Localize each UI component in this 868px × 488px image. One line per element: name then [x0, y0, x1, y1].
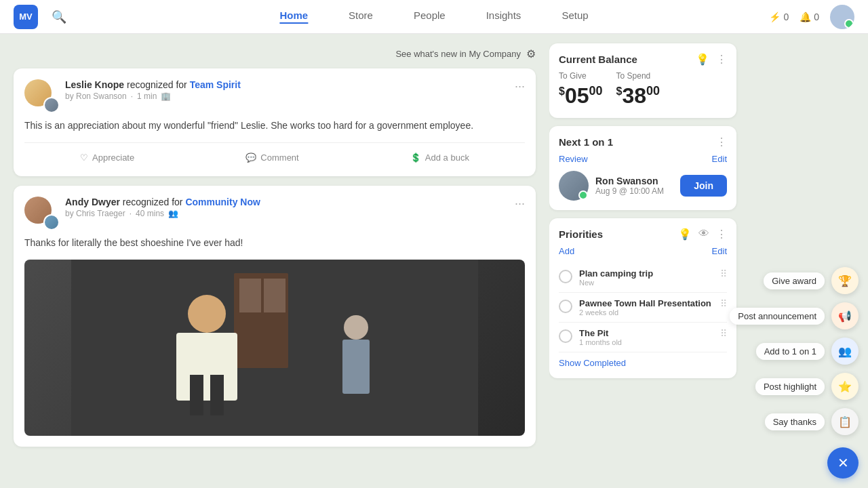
priorities-title: Priorities [559, 228, 603, 240]
comment-button[interactable]: 💬 Comment [240, 150, 304, 165]
priorities-lightbulb-icon[interactable]: 💡 [678, 228, 692, 241]
bolt-icon: ⚡ [769, 12, 781, 22]
post-card-1: Leslie Knope recognized for Team Spirit … [14, 68, 536, 176]
bolt-button[interactable]: ⚡ 0 [769, 12, 789, 22]
priority-age-1: New [579, 279, 713, 287]
priority-age-3: 1 months old [579, 338, 713, 346]
post-announcement-button[interactable]: 📢 [831, 302, 859, 329]
join-button[interactable]: Join [680, 175, 727, 197]
recognizer-name-2[interactable]: Andy Dwyer [65, 197, 120, 207]
close-icon: ✕ [837, 455, 849, 471]
say-thanks-label: Say thanks [765, 413, 825, 430]
post-title-1: Leslie Knope recognized for Team Spirit [65, 79, 515, 90]
nav-right: ⚡ 0 🔔 0 [769, 5, 854, 29]
nav-people[interactable]: People [414, 9, 446, 24]
add-1on1-button[interactable]: 👥 [831, 338, 859, 365]
fab-add-1on1: Add to 1 on 1 👥 [756, 338, 859, 365]
priorities-more-icon[interactable]: ⋮ [716, 228, 727, 241]
lightbulb-icon[interactable]: 💡 [696, 53, 709, 66]
priority-text-3: The Pit 1 months old [579, 328, 713, 346]
balance-row: To Give $0500 To Spend $3800 [559, 71, 727, 108]
by-text-1: by Ron Swanson [65, 92, 127, 101]
drag-handle-2[interactable]: ⠿ [720, 298, 727, 309]
ron-avatar-sub [43, 97, 60, 113]
recipient-name-1[interactable]: Team Spirit [190, 79, 241, 90]
give-award-label: Give award [764, 272, 825, 289]
heart-icon: ♡ [80, 152, 88, 163]
recipient-name-2[interactable]: Community Now [185, 197, 260, 207]
fab-say-thanks: Say thanks 📋 [765, 408, 859, 435]
recognizer-name-1[interactable]: Leslie Knope [65, 79, 124, 90]
by-text-2: by Chris Traeger [65, 209, 125, 218]
priorities-header: Priorities 💡 👁 ⋮ [559, 228, 727, 241]
post-body-1: This is an appreciation about my wonderf… [24, 119, 525, 133]
nav-insights[interactable]: Insights [486, 9, 521, 24]
notification-count: 0 [814, 12, 819, 22]
add-priority-link[interactable]: Add [559, 246, 574, 256]
svg-rect-7 [210, 375, 224, 415]
svg-rect-6 [190, 375, 203, 415]
hide-icon[interactable]: 👁 [698, 228, 709, 241]
fab-post-announcement: Post announcement 📢 [730, 302, 859, 329]
meeting-person: Ron Swanson Aug 9 @ 10:00 AM Join [559, 171, 727, 201]
edit-link[interactable]: Edit [712, 154, 727, 164]
notification-button[interactable]: 🔔 0 [800, 12, 819, 22]
nav-home[interactable]: Home [279, 9, 308, 24]
user-avatar[interactable] [830, 5, 854, 29]
chris-avatar-sub [43, 214, 60, 230]
balance-icons: 💡 ⋮ [696, 53, 727, 66]
dollar-icon: 💲 [410, 152, 421, 163]
balance-title: Current Balance [559, 54, 637, 65]
drag-handle-1[interactable]: ⠿ [720, 268, 727, 279]
priority-text-1: Plan camping trip New [579, 268, 713, 287]
one-on-one-card: Next 1 on 1 ⋮ Review Edit Ron Swanson Au… [549, 126, 736, 210]
svg-rect-2 [239, 279, 261, 312]
appreciate-button[interactable]: ♡ Appreciate [75, 150, 140, 165]
drag-handle-3[interactable]: ⠿ [720, 328, 727, 339]
bell-icon: 🔔 [800, 12, 811, 22]
filter-icon[interactable]: ⚙ [526, 47, 536, 60]
fab-close-button[interactable]: ✕ [827, 447, 859, 479]
fab-container: Give award 🏆 Post announcement 📢 Add to … [730, 267, 859, 479]
add-buck-button[interactable]: 💲 Add a buck [405, 150, 475, 165]
priority-item-2: Pawnee Town Hall Presentation 2 weeks ol… [559, 293, 727, 323]
balance-more-icon[interactable]: ⋮ [716, 53, 727, 66]
priority-item-3: The Pit 1 months old ⠿ [559, 323, 727, 352]
to-give-label: To Give [559, 71, 603, 81]
edit-priorities-link[interactable]: Edit [712, 246, 727, 256]
post-card-2: Andy Dwyer recognized for Community Now … [14, 186, 536, 447]
app-logo[interactable]: MV [14, 5, 38, 29]
meeting-name[interactable]: Ron Swanson [595, 176, 664, 186]
avatar-stack-1 [24, 79, 57, 112]
one-on-one-more-icon[interactable]: ⋮ [716, 136, 727, 148]
say-thanks-button[interactable]: 📋 [831, 408, 859, 435]
to-spend-label: To Spend [616, 71, 660, 81]
review-link[interactable]: Review [559, 154, 588, 164]
priority-name-1: Plan camping trip [579, 268, 713, 279]
priority-checkbox-3[interactable] [559, 329, 572, 343]
priority-name-3: The Pit [579, 328, 713, 338]
more-options-1[interactable]: ··· [515, 79, 525, 94]
action-text-1: recognized for [127, 79, 190, 90]
meeting-links: Review Edit [559, 154, 727, 164]
time-text-2: 40 mins [136, 209, 164, 218]
more-options-2[interactable]: ··· [515, 197, 525, 211]
post-sub-2: by Chris Traeger · 40 mins 👥 [65, 209, 515, 218]
priority-checkbox-1[interactable] [559, 270, 572, 283]
action-text-2: recognized for [123, 197, 186, 207]
feed-column: See what's new in My Company ⚙ Leslie Kn… [0, 34, 549, 488]
see-whats-new-link[interactable]: See what's new in My Company [395, 49, 521, 59]
priority-name-2: Pawnee Town Hall Presentation [579, 298, 713, 308]
priority-checkbox-2[interactable] [559, 300, 572, 313]
post-body-2: Thanks for literally the best shoeshine … [24, 236, 525, 250]
priorities-card: Priorities 💡 👁 ⋮ Add Edit Plan camping t… [549, 218, 736, 378]
svg-rect-3 [264, 279, 285, 312]
nav-setup[interactable]: Setup [561, 9, 588, 24]
nav-store[interactable]: Store [349, 9, 373, 24]
give-award-button[interactable]: 🏆 [831, 267, 859, 294]
show-completed-link[interactable]: Show Completed [559, 358, 626, 368]
post-highlight-button[interactable]: ⭐ [831, 373, 859, 400]
add-1on1-label: Add to 1 on 1 [756, 343, 825, 360]
svg-point-4 [188, 295, 226, 333]
search-icon[interactable]: 🔍 [52, 9, 66, 24]
